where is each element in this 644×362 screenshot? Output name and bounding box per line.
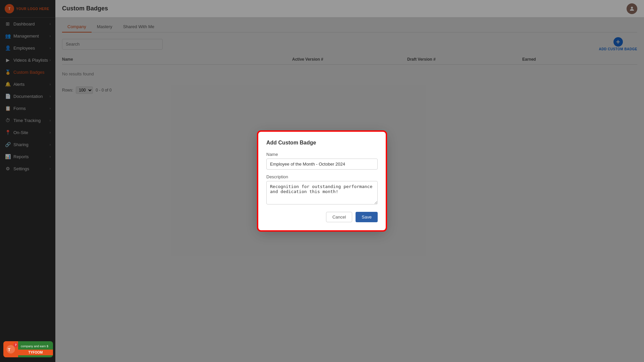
cancel-button[interactable]: Cancel (326, 212, 352, 222)
modal-title: Add Custom Badge (266, 140, 378, 146)
modal-actions: Cancel Save (266, 212, 378, 222)
bottom-notification[interactable]: T 7 company and earn $ TYFOOM (3, 341, 53, 357)
description-label: Description (266, 174, 378, 179)
notification-badge: 7 (13, 343, 18, 347)
add-custom-badge-modal: Add Custom Badge Name Description Cancel… (258, 132, 386, 230)
description-form-group: Description (266, 174, 378, 206)
name-input[interactable] (266, 159, 378, 170)
svg-text:T: T (8, 348, 11, 352)
notification-text: company and earn $ (18, 343, 53, 350)
notification-brand: TYFOOM (18, 350, 53, 355)
description-textarea[interactable] (266, 181, 378, 204)
save-button[interactable]: Save (356, 212, 378, 222)
name-label: Name (266, 152, 378, 157)
name-form-group: Name (266, 152, 378, 170)
modal-overlay: Add Custom Badge Name Description Cancel… (0, 0, 644, 362)
